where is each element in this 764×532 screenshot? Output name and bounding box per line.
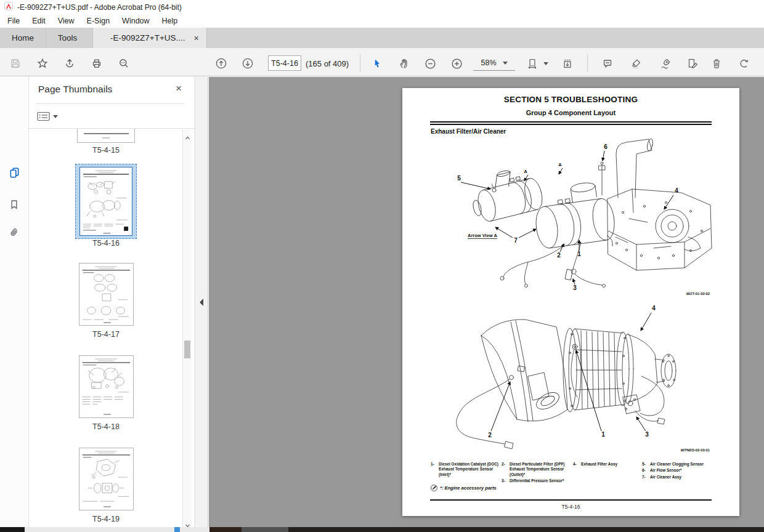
tab-bar: Home Tools -E-9092Z7+T+US.... × [0,28,764,48]
footer-rule [430,499,712,501]
callout-3: 3 [573,284,577,291]
figure-exhaust-filter: 4 2 1 3 [420,297,728,451]
bottom-strip-segment [0,527,25,532]
legend-item: 3-Differential Pressure Sensor* [502,478,567,483]
document-pane[interactable]: SECTION 5 TROUBLESHOOTING Group 4 Compon… [209,77,764,527]
save-button[interactable] [7,55,24,72]
highlight-button[interactable] [628,55,645,72]
toolbar-divider [360,54,360,72]
sidebar-rail [0,77,29,527]
thumbnail-label: T5-4-17 [69,330,143,339]
tab-tools[interactable]: Tools [46,28,89,48]
tab-document[interactable]: -E-9092Z7+T+US.... × [92,28,207,48]
bottom-strip-segment [25,527,209,532]
pdf-page: SECTION 5 TROUBLESHOOTING Group 4 Compon… [402,88,739,516]
select-tool-button[interactable] [368,55,386,72]
scroll-up-icon[interactable] [185,132,190,137]
chevron-down-icon [503,62,508,65]
delete-page-button[interactable] [708,55,725,72]
figure1-code: 90Z7-01-02-02 [686,292,710,296]
bottom-strip-segment [242,527,288,532]
note-text: *: Engine accessory parts [440,485,497,491]
figure2-code: 90TNED-02-03-01 [681,448,710,452]
thumbnail-label-selected: T5-4-16 [69,239,143,248]
fill-sign-button[interactable] [657,55,674,72]
panel-close-button[interactable]: × [172,82,185,95]
print-button[interactable] [88,55,105,72]
acrobat-app-icon [4,2,13,12]
page-number-input[interactable]: T5-4-16 [268,55,301,71]
thumbnails-scrollbar[interactable] [182,129,192,527]
chevron-down-icon [53,115,58,118]
zoom-in-button[interactable] [448,55,465,72]
rotate-page-button[interactable] [736,55,753,72]
acrobat-window: -E-9092Z7+T+US.pdf - Adobe Acrobat Pro (… [0,0,764,532]
topic-heading: Exhaust Filter/Air Cleaner [431,128,506,135]
attachments-rail-button[interactable] [6,224,23,241]
scroll-mode-button[interactable] [559,55,576,72]
scrollbar-thumb[interactable] [184,341,190,358]
menu-bar: File Edit View E-Sign Window Help [0,14,764,28]
share-button[interactable] [61,55,78,72]
callout-5: 5 [457,175,461,182]
thumbnail-page-t5-4-19[interactable] [79,448,134,510]
tab-home[interactable]: Home [0,28,46,48]
callout-2: 2 [488,432,492,438]
menu-edit[interactable]: Edit [26,17,52,25]
legend-item: 5-Air Cleaner Clogging Sensor [642,462,719,467]
search-button[interactable] [115,55,132,72]
bottom-strip-segment [209,527,242,532]
legend-item: 6-Air Flow Sensor* [642,468,719,473]
view-marker-a: A [524,169,527,174]
tab-document-label: -E-9092Z7+T+US.... [110,33,185,42]
collapse-panel-arrow[interactable] [198,297,205,310]
thumbnail-label: T5-4-18 [69,422,143,431]
menu-help[interactable]: Help [156,17,184,25]
legend-column-3: 4-Exhaust Filter Assy [573,462,632,468]
thumbnail-page-t5-4-18[interactable] [79,355,134,418]
view-marker-a: A [558,162,562,167]
callout-4: 4 [675,187,678,194]
callout-2: 2 [557,252,561,259]
callout-6: 6 [604,143,608,150]
thumbnail-options-button[interactable] [37,109,62,124]
scroll-down-icon[interactable] [185,520,190,525]
request-esign-button[interactable] [684,55,701,72]
toolbar-divider [587,54,588,72]
next-page-button[interactable] [239,55,256,72]
bookmarks-rail-button[interactable] [6,196,23,213]
thumbnail-label: T5-4-19 [69,515,143,523]
arrow-view-label: Arrow View A [468,233,498,238]
thumbnail-page-t5-4-15[interactable] [77,129,135,143]
previous-page-button[interactable] [213,55,230,72]
figure-engine-layout: A A Arrow View A 5 7 2 1 3 6 [420,139,728,292]
panel-collapse-strip [196,77,208,527]
fit-width-button[interactable] [524,55,541,72]
callout-1: 1 [601,431,605,438]
zoom-level-select[interactable]: 58% [473,55,515,71]
fit-width-chevron-icon[interactable] [543,62,548,65]
panel-divider [36,103,185,104]
thumbnail-page-t5-4-16-selected[interactable] [75,164,137,239]
menu-view[interactable]: View [52,17,81,25]
zoom-out-button[interactable] [421,55,439,72]
menu-esign[interactable]: E-Sign [81,17,116,25]
legend-column-2: 2-Diesel Particulate Filter (DPF) Exhaus… [502,462,567,485]
page-thumbnails-rail-button[interactable] [6,164,23,181]
legend-column-1: 1-Diesel Oxidation Catalyst (DOC) Exhaus… [431,462,498,478]
page-footer-number: T5-4-16 [402,504,739,510]
thumbnail-page-t5-4-17[interactable] [79,263,134,326]
legend-item: 7-Air Cleaner Assy [642,475,719,480]
hand-tool-button[interactable] [396,55,413,72]
zoom-level-value: 58% [481,58,496,67]
legend-item: 2-Diesel Particulate Filter (DPF) Exhaus… [502,462,567,477]
group-title: Group 4 Component Layout [402,109,739,116]
comment-button[interactable] [599,55,616,72]
page-count-label: (165 of 409) [306,59,349,68]
star-favorite-button[interactable] [34,55,51,72]
section-title: SECTION 5 TROUBLESHOOTING [402,95,739,104]
menu-window[interactable]: Window [116,17,155,25]
pencil-note-icon [431,485,437,491]
tab-close-icon[interactable]: × [194,33,199,43]
menu-file[interactable]: File [1,17,26,25]
